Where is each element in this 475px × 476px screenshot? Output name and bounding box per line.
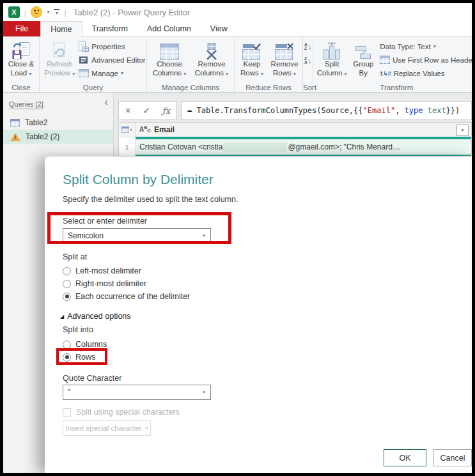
radio-icon[interactable] (63, 267, 71, 275)
group-by-button[interactable]: GroupBy (349, 39, 377, 77)
redacted-text-block (223, 142, 287, 152)
grid-header-row: ▾ ABC Email ▼ (119, 123, 471, 137)
dropdown-caret-icon: ▾ (293, 71, 296, 77)
quote-character-select[interactable]: " ▾ (63, 385, 211, 400)
expand-triangle-icon: ◢ (60, 314, 64, 319)
email-cell[interactable]: Cristian Cotovan <cristia@gmaeil.com>; "… (136, 139, 471, 156)
query-item-label: Table2 (2) (26, 132, 59, 141)
split-special-characters-checkbox[interactable]: Split using special characters (63, 407, 180, 417)
close-and-load-button[interactable]: Close &Load ▾ (4, 39, 38, 77)
use-first-row-as-headers-button[interactable]: Use First Row as Headers (380, 53, 472, 66)
tab-add-column[interactable]: Add Column (137, 21, 201, 36)
split-column-button[interactable]: SplitColumn ▾ (315, 39, 349, 77)
replace-values-button[interactable]: 1↳2 Replace Values (380, 66, 472, 80)
dropdown-caret-icon: ▾ (130, 127, 132, 132)
filter-caret-icon: ▼ (461, 128, 465, 132)
remove-rows-icon (275, 40, 294, 60)
properties-button[interactable]: Properties (79, 40, 145, 53)
group-label-sort: Sort (303, 84, 313, 91)
split-into-label: Split into (63, 325, 93, 334)
remove-columns-button[interactable]: RemoveColumns ▾ (191, 39, 233, 77)
replace-values-icon: 1↳2 (380, 70, 391, 77)
column-name: Email (154, 125, 175, 134)
dropdown-caret-icon: ▾ (29, 71, 31, 77)
remove-columns-icon (203, 40, 221, 60)
query-item-label: Table2 (25, 118, 47, 127)
radio-icon-selected[interactable] (63, 353, 71, 362)
ribbon: Close &Load ▾ Close RefreshPreview ▾ (3, 36, 472, 93)
keep-rows-button[interactable]: KeepRows ▾ (236, 39, 268, 77)
insert-special-character-button[interactable]: Insert special character ▾ (63, 420, 151, 436)
formula-bar-buttons: × ✓ ƒx (118, 101, 177, 120)
tab-transform[interactable]: Transform (82, 21, 138, 36)
sort-arrow-icon: ↓ (308, 57, 312, 65)
cancel-button[interactable]: Cancel (433, 449, 472, 466)
query-item-table2-2[interactable]: ! Table2 (2) (3, 130, 113, 144)
dialog-title: Split Column by Delimiter (63, 172, 214, 187)
dropdown-caret-icon: ▾ (261, 71, 263, 77)
row-number: 1 (119, 139, 136, 156)
filter-button[interactable]: ▼ (456, 125, 469, 136)
customize-toolbar-icon[interactable]: ▾ (54, 9, 59, 16)
group-label-transform: Transform (313, 84, 472, 91)
dropdown-caret-icon: ▾ (203, 233, 205, 238)
query-item-table2[interactable]: Table2 (3, 116, 113, 130)
dropdown-caret-icon: ▾ (145, 426, 148, 431)
radio-icon[interactable] (63, 341, 71, 349)
ribbon-group-close: Close &Load ▾ Close (3, 37, 40, 92)
title-bar: X | ▾ ▾ | Table2 (2) - Power Query Edito… (3, 3, 472, 21)
smiley-dropdown-caret-icon[interactable]: ▾ (47, 10, 49, 15)
formula-cancel-icon[interactable]: × (125, 105, 130, 116)
advanced-options-toggle[interactable]: ◢ Advanced options (60, 312, 131, 321)
refresh-preview-button[interactable]: RefreshPreview ▾ (40, 39, 79, 77)
select-all-button[interactable]: ▾ (119, 123, 136, 137)
sort-descending-button[interactable]: ZA ↓ (304, 55, 311, 66)
ribbon-group-sort: AZ ↓ ZA ↓ Sort (303, 37, 313, 92)
ribbon-group-transform: SplitColumn ▾ GroupBy Data Type: Text ▾ (313, 37, 472, 92)
text-type-icon: ABC (139, 127, 151, 133)
data-type-button[interactable]: Data Type: Text ▾ (380, 40, 472, 53)
fx-icon: ƒx (162, 106, 170, 116)
column-header-email[interactable]: ABC Email ▼ (136, 123, 471, 137)
choose-columns-button[interactable]: ChooseColumns ▾ (148, 39, 191, 77)
radio-rows[interactable]: Rows (63, 351, 95, 363)
radio-left-most-delimiter[interactable]: Left-most delimiter (63, 265, 141, 277)
tab-file[interactable]: File (3, 21, 40, 36)
manage-button[interactable]: Manage ▾ (79, 66, 145, 80)
excel-icon: X (8, 6, 20, 18)
dropdown-caret-icon: ▾ (203, 390, 205, 395)
close-load-icon (12, 40, 31, 60)
advanced-editor-button[interactable]: Advanced Editor (79, 53, 145, 66)
smiley-feedback-icon[interactable] (31, 6, 42, 18)
queries-panel-header: Queries [2] (9, 100, 43, 109)
formula-input[interactable]: = Table.TransformColumnTypes(Source,{{"E… (181, 101, 472, 120)
split-at-label: Split at (63, 252, 87, 261)
dropdown-caret-icon: ▾ (72, 71, 75, 77)
group-label-query: Query (40, 84, 146, 91)
radio-columns[interactable]: Columns (63, 339, 107, 350)
delimiter-label: Select or enter delimiter (63, 217, 147, 226)
refresh-icon (51, 40, 68, 60)
power-query-editor-window: X | ▾ ▾ | Table2 (2) - Power Query Edito… (3, 3, 472, 473)
formula-confirm-icon[interactable]: ✓ (143, 105, 150, 116)
window-title: Table2 (2) - Power Query Editor (74, 8, 191, 17)
table-row[interactable]: 1 Cristian Cotovan <cristia@gmaeil.com>;… (119, 139, 471, 156)
radio-icon[interactable] (63, 280, 71, 288)
manage-table-icon (79, 69, 89, 77)
remove-rows-button[interactable]: RemoveRows ▾ (268, 39, 301, 77)
ok-button[interactable]: OK (384, 449, 426, 466)
sort-ascending-button[interactable]: AZ ↓ (304, 41, 311, 52)
radio-each-occurrence[interactable]: Each occurrence of the delimiter (63, 291, 190, 302)
ribbon-tab-bar: File Home Transform Add Column View (3, 21, 472, 36)
ribbon-group-reduce-rows: KeepRows ▾ RemoveRows ▾ Reduce Rows (235, 37, 303, 92)
keep-rows-icon (242, 40, 261, 60)
checkbox-icon[interactable] (63, 408, 71, 417)
tab-home[interactable]: Home (40, 21, 82, 37)
collapse-panel-icon[interactable]: ‹ (104, 96, 108, 107)
tab-view[interactable]: View (201, 21, 237, 36)
radio-right-most-delimiter[interactable]: Right-most delimiter (63, 278, 146, 289)
radio-icon-selected[interactable] (63, 293, 71, 301)
delimiter-select[interactable]: Semicolon ▾ (63, 228, 211, 243)
ribbon-group-query: RefreshPreview ▾ Properties Advanced Edi… (40, 37, 147, 92)
dropdown-caret-icon: ▾ (183, 71, 186, 77)
